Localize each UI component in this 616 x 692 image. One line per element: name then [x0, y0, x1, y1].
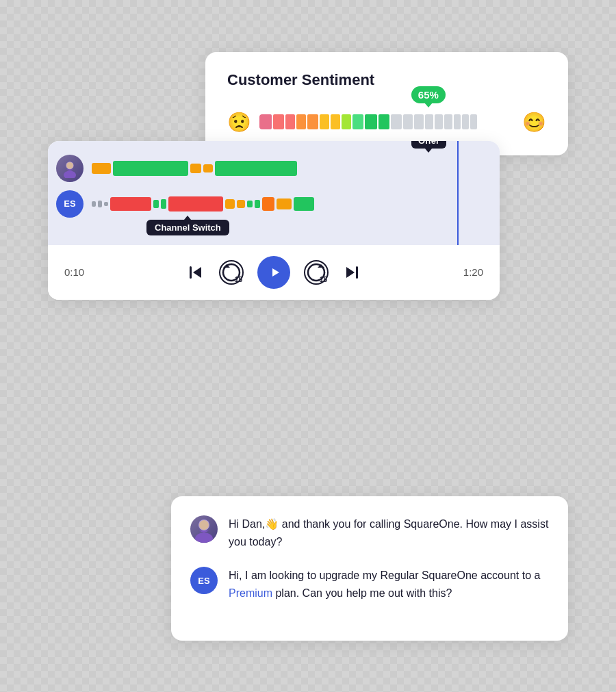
wave-seg	[110, 197, 151, 211]
sentiment-bar-area: 😟 65%	[227, 111, 546, 133]
waveform-row-customer: ES Channel Switch	[48, 190, 486, 218]
svg-point-9	[199, 520, 209, 530]
happy-icon: 😊	[522, 111, 546, 133]
transcript-text-2-pre: Hi, I am looking to upgrade my Regular S…	[229, 569, 540, 581]
wave-seg	[237, 200, 245, 208]
wave-seg	[294, 197, 314, 211]
sentiment-title: Customer Sentiment	[227, 71, 546, 89]
wave-seg	[98, 201, 102, 207]
skip-forward-label: 15	[320, 276, 327, 283]
sentiment-bubble: 65%	[411, 86, 446, 103]
wave-seg	[104, 202, 108, 206]
bar-seg	[414, 114, 424, 129]
wave-seg	[225, 199, 235, 209]
wave-seg	[277, 198, 292, 209]
waveform-row-agent: Offer	[48, 155, 486, 182]
transcript-card: Hi Dan,👋 and thank you for calling Squar…	[171, 496, 568, 640]
svg-rect-3	[190, 266, 192, 279]
bar-seg	[462, 114, 469, 129]
wave-seg	[203, 164, 213, 172]
agent-waveform: Offer	[92, 159, 486, 178]
bar-seg	[444, 114, 452, 129]
customer-transcript-avatar-es: ES	[190, 567, 218, 594]
bar-seg	[307, 114, 318, 129]
bar-seg	[285, 114, 295, 129]
sentiment-bar-track: 65%	[259, 112, 514, 131]
customer-transcript-avatar: ES	[190, 567, 218, 594]
agent-transcript-avatar-img	[190, 515, 218, 543]
skip-back-label: 15	[235, 276, 242, 283]
bar-seg	[296, 114, 306, 129]
transcript-message-2: ES Hi, I am looking to upgrade my Regula…	[190, 567, 549, 602]
wave-seg	[190, 164, 201, 173]
sentiment-card: Customer Sentiment 😟 65%	[205, 52, 568, 155]
transcript-text-1: Hi Dan,👋 and thank you for calling Squar…	[229, 515, 549, 550]
bar-seg	[435, 114, 443, 129]
waveform-area: Offer ES Channel Switch	[48, 141, 500, 245]
svg-point-1	[64, 170, 76, 178]
wave-seg	[153, 200, 159, 208]
agent-avatar-img	[56, 155, 84, 182]
time-start: 0:10	[64, 266, 89, 278]
transcript-text-2: Hi, I am looking to upgrade my Regular S…	[229, 567, 549, 602]
wave-seg	[215, 161, 297, 176]
transcript-premium-link[interactable]: Premium	[229, 587, 272, 599]
bar-seg	[391, 114, 402, 129]
skip-forward-button[interactable]: 15	[304, 260, 329, 285]
sad-icon: 😟	[227, 111, 251, 133]
bar-seg	[273, 114, 284, 129]
wave-seg	[92, 163, 111, 174]
skip-to-start-button[interactable]	[186, 263, 205, 282]
sentiment-bar-segments	[259, 114, 514, 129]
bar-seg	[259, 114, 272, 129]
bar-seg	[470, 114, 477, 129]
offer-tooltip: Offer	[411, 141, 446, 149]
transcript-text-2-post: plan. Can you help me out with this?	[272, 587, 452, 599]
agent-avatar	[56, 155, 84, 182]
play-button[interactable]	[257, 256, 290, 289]
wave-seg	[161, 199, 166, 209]
svg-point-2	[66, 162, 73, 168]
player-card: Offer ES Channel Switch	[48, 141, 500, 300]
customer-avatar: ES	[56, 190, 84, 218]
wave-seg	[113, 161, 188, 176]
customer-waveform: Channel Switch	[92, 194, 486, 214]
skip-back-button[interactable]: 15	[219, 260, 244, 285]
wave-seg	[255, 200, 260, 208]
wave-seg	[92, 201, 96, 207]
playhead-line	[457, 141, 459, 245]
bar-seg	[378, 114, 389, 129]
bar-seg	[425, 114, 433, 129]
bar-seg	[352, 114, 363, 129]
wave-seg	[262, 197, 274, 211]
bar-seg	[454, 114, 461, 129]
wave-seg	[168, 196, 223, 212]
time-end: 1:20	[459, 266, 483, 278]
channel-switch-tooltip: Channel Switch	[146, 220, 229, 235]
wave-seg	[247, 201, 253, 207]
agent-transcript-avatar	[190, 515, 218, 543]
bar-seg	[342, 114, 351, 129]
skip-to-end-button[interactable]	[342, 263, 361, 282]
transcript-message-1: Hi Dan,👋 and thank you for calling Squar…	[190, 515, 549, 550]
bar-seg	[403, 114, 413, 129]
bar-seg	[320, 114, 329, 129]
svg-rect-6	[356, 266, 358, 279]
svg-point-8	[195, 533, 213, 543]
bar-seg	[331, 114, 340, 129]
bar-seg	[365, 114, 377, 129]
player-controls: 0:10 15	[48, 245, 500, 300]
controls-center: 15 15	[89, 256, 459, 289]
